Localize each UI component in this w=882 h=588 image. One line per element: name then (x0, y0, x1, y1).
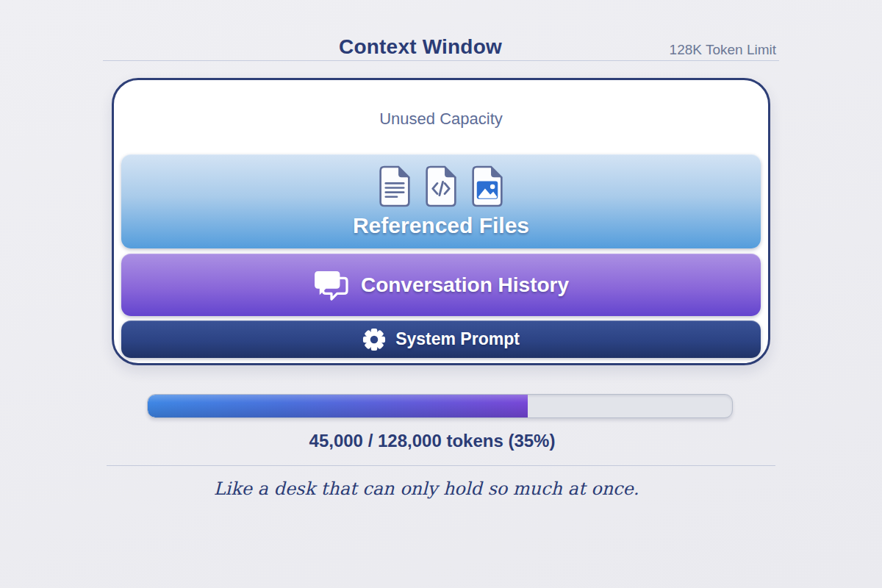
image-file-icon (470, 165, 504, 207)
layer-label-conversation-history: Conversation History (361, 273, 569, 297)
analogy-caption: Like a desk that can only hold so much a… (0, 478, 853, 499)
layer-referenced-files: Referenced Files (121, 154, 761, 248)
chat-bubbles-icon (313, 270, 350, 301)
gear-icon (362, 328, 386, 351)
layer-label-referenced-files: Referenced Files (353, 213, 529, 238)
context-window-box: Unused Capacity (112, 78, 770, 365)
usage-tokens-label: 45,000 / 128,000 tokens (35%) (0, 431, 864, 451)
bottom-divider (107, 465, 775, 466)
unused-capacity-label: Unused Capacity (114, 110, 768, 129)
layer-system-prompt: System Prompt (121, 320, 761, 358)
usage-progress-track (147, 394, 733, 418)
code-file-icon (424, 165, 458, 207)
token-limit-label: 128K Token Limit (670, 42, 776, 58)
file-icons-row (378, 165, 504, 207)
layer-label-system-prompt: System Prompt (395, 329, 520, 349)
page-title: Context Window (339, 35, 502, 59)
usage-bar-fill (148, 395, 528, 417)
document-file-icon (378, 165, 412, 207)
layer-conversation-history: Conversation History (121, 254, 761, 316)
context-window-diagram: Context Window 128K Token Limit Unused C… (0, 0, 882, 588)
header-divider (103, 60, 779, 61)
